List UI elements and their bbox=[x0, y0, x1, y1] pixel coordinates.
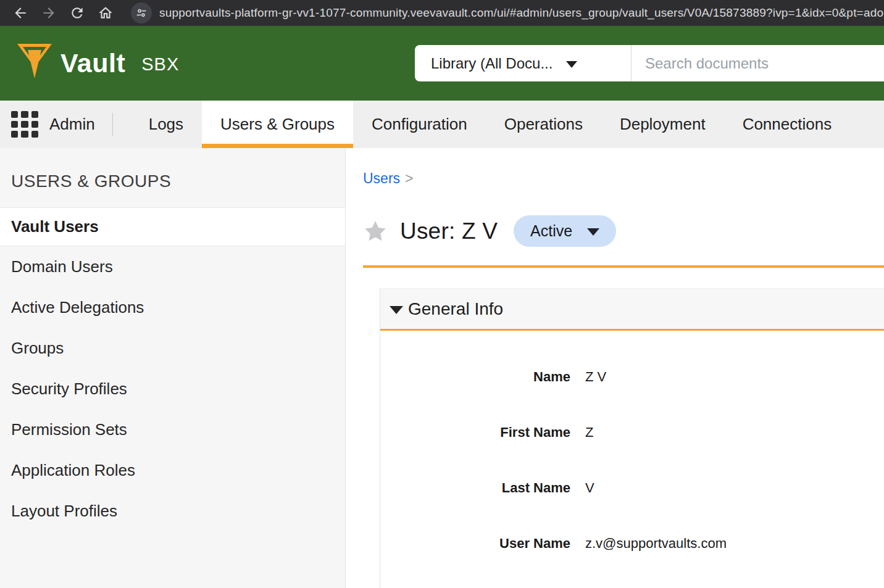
site-settings-icon[interactable] bbox=[131, 2, 152, 23]
field-value: Z bbox=[585, 424, 593, 441]
sidebar-heading: USERS & GROUPS bbox=[0, 148, 345, 191]
refresh-icon[interactable] bbox=[69, 5, 85, 21]
address-bar[interactable]: supportvaults-platform-gr-vv1-1077-commu… bbox=[120, 0, 884, 26]
sidebar-list: Vault Users Domain Users Active Delegati… bbox=[0, 207, 345, 531]
sidebar-item-layout-profiles[interactable]: Layout Profiles bbox=[0, 491, 345, 531]
title-divider bbox=[363, 265, 884, 268]
field-row-user-name: User Name z.v@supportvaults.com bbox=[380, 536, 884, 552]
sidebar-item-vault-users[interactable]: Vault Users bbox=[0, 207, 345, 246]
tab-label: Users & Groups bbox=[220, 115, 335, 134]
sidebar-item-application-roles[interactable]: Application Roles bbox=[0, 450, 345, 491]
breadcrumb: Users> bbox=[363, 170, 884, 187]
environment-label: SBX bbox=[141, 54, 179, 75]
general-info-body: Name Z V First Name Z Last Name V User N… bbox=[380, 331, 884, 552]
app-header: Vault SBX Library (All Docu... bbox=[0, 26, 884, 101]
main-content: Users> User: Z V Active General Info Nam… bbox=[346, 148, 884, 588]
search-input[interactable] bbox=[632, 45, 884, 81]
field-label: User Name bbox=[380, 536, 570, 552]
collapse-caret-icon bbox=[390, 306, 403, 314]
general-info-section: General Info Name Z V First Name Z Last … bbox=[380, 288, 884, 588]
url-text: supportvaults-platform-gr-vv1-1077-commu… bbox=[159, 6, 884, 20]
breadcrumb-users-link[interactable]: Users bbox=[363, 170, 400, 186]
tab-logs[interactable]: Logs bbox=[130, 101, 202, 148]
field-value: Z V bbox=[585, 369, 606, 385]
chevron-down-icon bbox=[566, 61, 577, 68]
chevron-down-icon bbox=[587, 228, 599, 236]
browser-toolbar: supportvaults-platform-gr-vv1-1077-commu… bbox=[0, 0, 884, 26]
tab-label: Logs bbox=[149, 115, 183, 134]
tab-deployment[interactable]: Deployment bbox=[601, 101, 724, 148]
sidebar-item-groups[interactable]: Groups bbox=[0, 328, 345, 368]
sidebar-item-active-delegations[interactable]: Active Delegations bbox=[0, 287, 345, 328]
sidebar-item-domain-users[interactable]: Domain Users bbox=[0, 246, 345, 287]
field-label: Name bbox=[380, 369, 570, 385]
tab-label: Operations bbox=[504, 115, 583, 134]
home-icon[interactable] bbox=[98, 5, 114, 21]
field-value: V bbox=[585, 480, 594, 496]
tab-label: Configuration bbox=[372, 115, 467, 134]
back-icon[interactable] bbox=[12, 5, 28, 21]
primary-nav: Admin Logs Users & Groups Configuration … bbox=[0, 101, 884, 148]
breadcrumb-separator: > bbox=[405, 170, 413, 186]
tab-label: Connections bbox=[743, 115, 832, 134]
general-info-header[interactable]: General Info bbox=[380, 289, 884, 331]
section-title: General Info bbox=[408, 299, 503, 319]
field-row-name: Name Z V bbox=[380, 369, 884, 385]
tab-connections[interactable]: Connections bbox=[724, 101, 851, 148]
admin-menu-button[interactable]: Admin bbox=[0, 101, 95, 148]
logo-wordmark: Vault bbox=[60, 50, 125, 77]
sidebar: USERS & GROUPS Vault Users Domain Users … bbox=[0, 148, 346, 588]
field-row-first-name: First Name Z bbox=[380, 424, 884, 441]
admin-label: Admin bbox=[49, 115, 95, 134]
status-badge[interactable]: Active bbox=[514, 215, 616, 247]
tab-users-groups[interactable]: Users & Groups bbox=[202, 101, 353, 148]
title-row: User: Z V Active bbox=[363, 215, 884, 247]
search-scope-dropdown[interactable]: Library (All Docu... bbox=[415, 45, 631, 81]
tab-configuration[interactable]: Configuration bbox=[353, 101, 486, 148]
field-row-last-name: Last Name V bbox=[380, 480, 884, 496]
tab-operations[interactable]: Operations bbox=[486, 101, 601, 148]
tab-label: Deployment bbox=[620, 115, 706, 134]
nav-divider bbox=[112, 113, 113, 136]
sidebar-item-permission-sets[interactable]: Permission Sets bbox=[0, 409, 345, 450]
sidebar-item-security-profiles[interactable]: Security Profiles bbox=[0, 368, 345, 409]
vault-logo[interactable]: Vault SBX bbox=[17, 44, 179, 83]
field-label: Last Name bbox=[380, 480, 570, 496]
favorite-star-icon[interactable] bbox=[363, 219, 388, 244]
field-value: z.v@supportvaults.com bbox=[585, 536, 727, 552]
vault-logo-icon bbox=[17, 44, 52, 83]
forward-icon[interactable] bbox=[41, 5, 57, 21]
page-title: User: Z V bbox=[400, 218, 498, 244]
field-label: First Name bbox=[380, 424, 570, 441]
app-grid-icon bbox=[11, 111, 38, 138]
status-label: Active bbox=[530, 222, 572, 240]
global-search: Library (All Docu... bbox=[415, 45, 884, 81]
search-scope-label: Library (All Docu... bbox=[431, 55, 552, 72]
